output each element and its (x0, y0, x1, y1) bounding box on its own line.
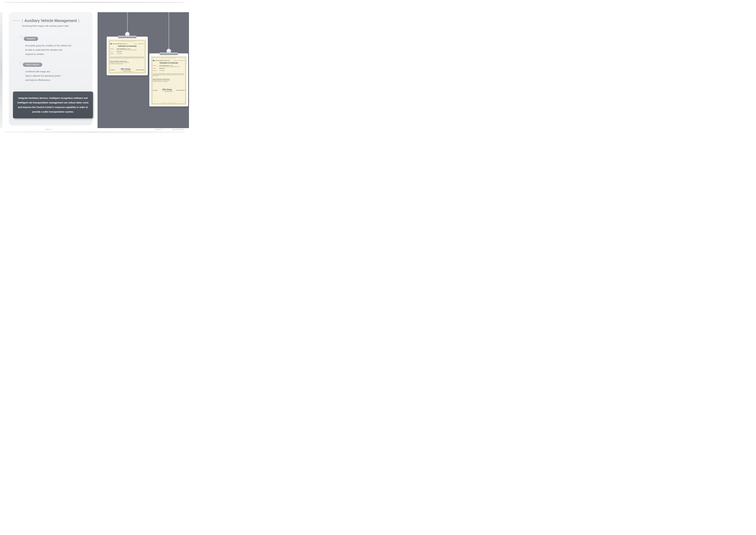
label-applicant: Applicant (110, 48, 116, 49)
clipboard-cert-1: ❧ ❧ ❧ ❧ ❧ ❧ ❧ ❧ ❧ ❧ ❧ ❧ ❧ ❧ ❧ ❧ Interoce… (107, 37, 148, 75)
analysis-body: Combined with image anddata to optimize … (25, 70, 61, 82)
hanger-line (127, 12, 127, 33)
cert-basis: On the basis of the tests undertaken, th… (153, 73, 185, 76)
cert-ornament-icon: ❧ ❧ ❧ ❧ ❧ ❧ ❧ ❧ (108, 41, 146, 42)
heading-line (12, 20, 20, 21)
cert-model: VVH-MD82D (117, 53, 122, 54)
cert-std-title: Relevant Standard(s) / Specification(s) (110, 61, 144, 62)
section-dispatch: Dispatch Accurately grasp the condition … (21, 37, 71, 56)
dispatch-pill: Dispatch (24, 37, 38, 41)
cert-applicant: FUHO TECHNOLOGY Co., LTD (159, 65, 173, 66)
cert-signature: Mike Huang (121, 68, 131, 70)
label-model: Model No. (110, 53, 116, 54)
cert-issued-by-label: Issued By: (110, 70, 115, 70)
page-subheading: Monitoring fleet Images with existing sy… (22, 25, 69, 27)
cert-date: Date: Mar. 29, 2019 (136, 70, 144, 70)
cert-basis: On the basis of the tests undertaken, th… (110, 56, 144, 58)
cert-issuer: Interocean EMC Technology Corp. (113, 43, 127, 44)
cert-issuer: Interocean EMC Technology Corp. (155, 60, 170, 61)
dispatch-body: Accurately grasp the condition of the ve… (25, 43, 71, 56)
label-model: Model No. (153, 70, 159, 71)
page-number-left: PAGE 7 (46, 129, 53, 130)
label-product: Product (110, 51, 116, 52)
section-analysis: Data Analysis Combined with image anddat… (21, 63, 61, 82)
bracket-left-icon: ( (22, 18, 23, 23)
cert-signature: Mike Huang (162, 88, 172, 91)
certificate-1: ❧ ❧ ❧ ❧ ❧ ❧ ❧ ❧ ❧ ❧ ❧ ❧ ❧ ❧ ❧ ❧ Interoce… (108, 39, 146, 74)
label-applicant: Applicant (153, 65, 159, 66)
left-gradient-bar (0, 12, 2, 128)
issuer-logo-icon (153, 60, 155, 61)
clipboard-cert-2: ❧ ❧ ❧ ❧ ❧ ❧ ❧ ❧ ❧ ❧ ❧ ❧ ❧ ❧ Interocean E… (149, 53, 188, 106)
cert-filing: Filing No.: 17A031706E-C1 (174, 60, 185, 61)
cert-ornament-icon: ❧ ❧ ❧ ❧ ❧ ❧ ❧ (151, 102, 186, 103)
left-page: ( Auxiliary Vehicle Management ) Monitor… (0, 12, 94, 128)
cert-ornament-icon: ❧ ❧ ❧ ❧ ❧ ❧ ❧ ❧ (108, 71, 146, 72)
certificate-2: ❧ ❧ ❧ ❧ ❧ ❧ ❧ ❧ ❧ ❧ ❧ ❧ ❧ ❧ Interocean E… (151, 56, 187, 105)
label-product: Product (153, 68, 159, 69)
cert-filing: Filing No.: 19A032701E-C (134, 43, 144, 44)
cert-issued-by-label: Issued By: (153, 90, 157, 91)
cert-date: Date: May 26, 2017 (176, 90, 185, 91)
cert-applicant: FUHO TECHNOLOGY Co., LTD (117, 48, 130, 49)
right-page: ❧ ❧ ❧ ❧ ❧ ❧ ❧ ❧ ❧ ❧ ❧ ❧ ❧ ❧ ❧ ❧ Interoce… (97, 12, 189, 128)
cert-title: Verification of Conformity (110, 45, 144, 47)
issuer-logo-icon (110, 43, 112, 44)
top-divider (5, 2, 184, 2)
cert-standards: IEC 60571 (Edition 3.0: 2012-09) for EMC… (153, 80, 185, 82)
page-heading: Auxiliary Vehicle Management (24, 18, 77, 23)
clipboard-clip-icon (160, 52, 178, 55)
clipboard-clip-icon (118, 36, 136, 38)
cert-std-title: Relevant Standard(s) / Specification(s) (153, 79, 185, 80)
bullet-ring-icon (20, 36, 22, 38)
cert-sign-sub: Mike Huang / President (153, 91, 185, 92)
page-number-right: PAGE 8 (155, 129, 163, 130)
callout-box: Integrate hardware devices, intelligent … (13, 92, 93, 118)
cert-address: No. 30, Lane 726, Jinma Rd, Sec. 3,Chang… (116, 49, 144, 50)
cert-standards: EN 50155: 2007+AC: 2010+AC: 2012 for EMC… (110, 62, 144, 65)
cert-title: Verification of Conformity (153, 62, 185, 64)
cert-product: Mobile DVR (117, 51, 122, 52)
brand-logo: VACRON (172, 128, 184, 131)
bullet-ring-icon (20, 62, 22, 64)
heading-row: ( Auxiliary Vehicle Management ) (12, 18, 79, 23)
cert-product: Mobile DVR (159, 68, 164, 69)
analysis-pill: Data Analysis (23, 63, 42, 67)
bottom-divider (5, 132, 184, 132)
cert-address: No. 30, Lane 726, Jinma Rd, Sec. 3,Chang… (159, 66, 185, 67)
bracket-right-icon: ) (78, 18, 79, 23)
cert-model: VVH-MD42D (159, 70, 165, 71)
hanger-line (169, 12, 169, 49)
cert-ornament-icon: ❧ ❧ ❧ ❧ ❧ ❧ ❧ (151, 58, 186, 59)
